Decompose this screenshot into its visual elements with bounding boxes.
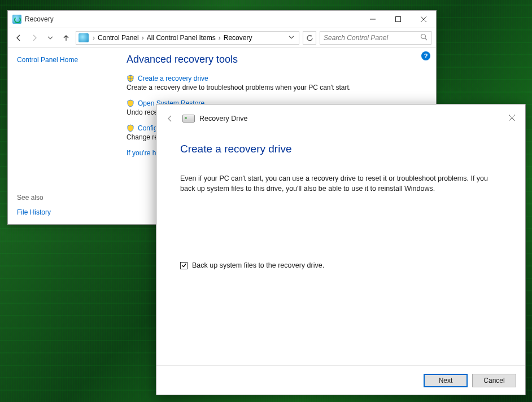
search-box[interactable]	[320, 31, 431, 45]
chevron-right-icon: ›	[90, 34, 98, 42]
recent-dropdown[interactable]	[44, 32, 56, 44]
chevron-right-icon: ›	[139, 34, 147, 42]
cancel-button[interactable]: Cancel	[472, 374, 516, 387]
window-title: Recovery	[25, 15, 54, 23]
wizard-back-button[interactable]	[163, 112, 177, 125]
refresh-button[interactable]	[303, 31, 316, 45]
breadcrumb-item[interactable]: All Control Panel Items	[147, 34, 216, 42]
tool-description: Create a recovery drive to troubleshoot …	[127, 84, 428, 91]
breadcrumb-item[interactable]: Recovery	[224, 34, 252, 42]
recovery-drive-wizard: Recovery Drive Create a recovery drive E…	[156, 104, 526, 395]
address-dropdown-icon[interactable]	[286, 34, 296, 42]
address-bar[interactable]: › Control Panel › All Control Panel Item…	[76, 31, 299, 45]
close-button[interactable]	[411, 11, 436, 28]
left-pane: Control Panel Home See also File History	[8, 48, 121, 224]
wizard-footer: Next Cancel	[156, 365, 525, 395]
create-recovery-drive-link[interactable]: Create a recovery drive	[138, 75, 208, 82]
wizard-title: Recovery Drive	[199, 115, 247, 123]
svg-line-5	[425, 38, 428, 41]
backup-checkbox-label: Back up system files to the recovery dri…	[192, 261, 324, 269]
tool-item: Create a recovery drive Create a recover…	[127, 75, 428, 91]
nav-toolbar: › Control Panel › All Control Panel Item…	[8, 28, 436, 48]
forward-button[interactable]	[28, 32, 41, 44]
backup-checkbox[interactable]	[180, 262, 187, 269]
wizard-close-button[interactable]	[502, 110, 522, 125]
search-icon	[420, 33, 428, 42]
breadcrumb-item[interactable]: Control Panel	[98, 34, 139, 42]
wizard-description: Even if your PC can't start, you can use…	[180, 173, 502, 194]
minimize-button[interactable]	[360, 11, 385, 28]
drive-icon	[182, 115, 195, 123]
control-panel-home-link[interactable]: Control Panel Home	[17, 56, 112, 64]
help-icon[interactable]: ?	[421, 51, 430, 60]
backup-checkbox-row[interactable]: Back up system files to the recovery dri…	[180, 261, 502, 269]
wizard-body: Create a recovery drive Even if your PC …	[156, 133, 525, 365]
next-button[interactable]: Next	[424, 374, 468, 387]
file-history-link[interactable]: File History	[17, 208, 112, 216]
back-button[interactable]	[12, 32, 25, 44]
window-controls	[360, 11, 436, 28]
up-button[interactable]	[60, 32, 72, 44]
address-icon	[79, 33, 89, 42]
shield-icon	[127, 75, 134, 82]
see-also-heading: See also	[17, 194, 112, 202]
recovery-icon	[12, 15, 21, 24]
page-heading: Advanced recovery tools	[127, 54, 428, 65]
wizard-header: Recovery Drive	[156, 104, 525, 133]
chevron-right-icon: ›	[216, 34, 224, 42]
search-input[interactable]	[324, 34, 420, 42]
wizard-heading: Create a recovery drive	[180, 143, 502, 155]
titlebar[interactable]: Recovery	[8, 11, 436, 28]
shield-icon	[127, 99, 134, 107]
svg-rect-1	[395, 17, 400, 22]
shield-icon	[127, 124, 134, 132]
svg-point-4	[421, 34, 426, 39]
maximize-button[interactable]	[385, 11, 411, 28]
